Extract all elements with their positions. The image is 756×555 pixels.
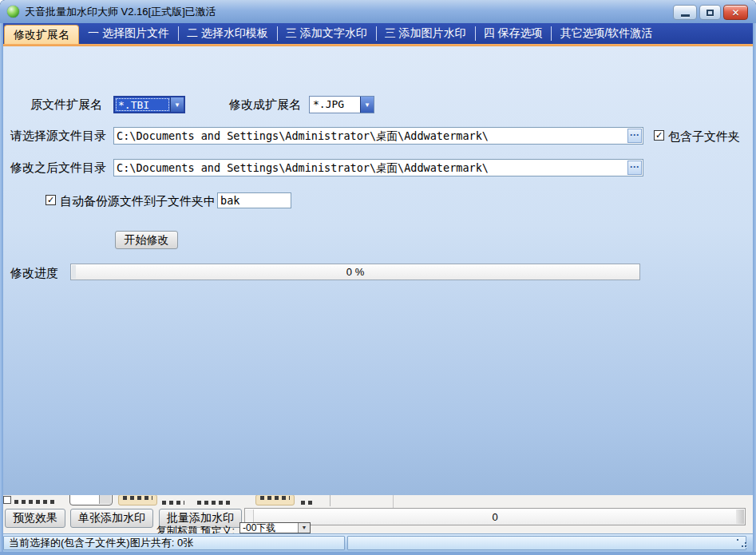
source-extension-combo[interactable]: *.TBI ▼	[113, 96, 185, 113]
close-button[interactable]: ✕	[723, 5, 748, 20]
divider	[330, 495, 331, 506]
minimize-icon	[681, 14, 690, 17]
rename-extension-page: 原文件扩展名 *.TBI ▼ 修改成扩展名 *.JPG ▼ 请选择源文件目录 C…	[3, 46, 753, 495]
source-extension-label: 原文件扩展名	[30, 97, 102, 113]
clipped-wheat-button[interactable]	[255, 495, 295, 505]
single-watermark-button[interactable]: 单张添加水印	[70, 509, 153, 528]
clipped-text-fragment	[123, 496, 152, 500]
include-subfolders-checkbox[interactable]: ✓	[654, 130, 664, 141]
check-icon: ✓	[655, 131, 663, 140]
preset-value: -00下载	[243, 522, 275, 533]
status-count-text: 当前选择的(包含子文件夹)图片共有: 0张	[9, 537, 193, 549]
chevron-down-icon	[99, 495, 111, 504]
app-icon	[7, 6, 19, 18]
source-directory-input[interactable]: C:\Documents and Settings\Administrator\…	[113, 127, 643, 145]
chevron-down-icon[interactable]: ▼	[170, 97, 184, 112]
bottom-toolbar-panel: 预览效果 单张添加水印 批量添加水印 0 复制标题 预定义: -00下载 ▼	[3, 495, 753, 533]
destination-directory-input[interactable]: C:\Documents and Settings\Administrator\…	[113, 159, 643, 176]
browse-destination-button[interactable]: ···	[627, 161, 642, 175]
include-subfolders-label[interactable]: 包含子文件夹	[668, 129, 740, 145]
maximize-icon	[707, 10, 714, 16]
divider	[393, 495, 394, 508]
batch-progress-bar: 0	[244, 508, 746, 525]
target-extension-combo[interactable]: *.JPG ▼	[309, 96, 374, 113]
close-icon: ✕	[731, 8, 739, 18]
window-title: 天音批量加水印大师 V2.16[正式版]已激活	[25, 0, 216, 23]
status-count-pane: 当前选择的(包含子文件夹)图片共有: 0张	[3, 536, 345, 550]
progress-label: 修改进度	[10, 266, 58, 281]
tab-bar: 修改扩展名 一 选择图片文件 二 选择水印模板 三 添加文字水印 三 添加图片水…	[3, 23, 753, 44]
chevron-down-icon: ▼	[298, 523, 310, 533]
copy-title-label: 复制标题 预定义:	[156, 524, 235, 533]
clipped-wheat-button[interactable]	[118, 495, 157, 505]
chevron-down-icon[interactable]: ▼	[360, 97, 374, 113]
title-bar: 天音批量加水印大师 V2.16[正式版]已激活 ✕	[0, 0, 756, 23]
progress-percent-text: 0 %	[346, 266, 364, 278]
browse-source-button[interactable]: ···	[627, 129, 642, 143]
start-rename-button[interactable]: 开始修改	[115, 231, 178, 249]
clipped-checkbox[interactable]	[3, 496, 11, 504]
window-border-right	[753, 23, 756, 555]
status-empty-pane	[347, 536, 746, 550]
clipped-text-fragment	[197, 501, 231, 505]
backup-folder-input[interactable]: bak	[217, 192, 291, 208]
maximize-button[interactable]	[699, 5, 721, 20]
status-bar: 当前选择的(包含子文件夹)图片共有: 0张	[3, 533, 753, 552]
window-border-bottom	[0, 552, 756, 555]
tab-select-watermark-template[interactable]: 二 选择水印模板	[178, 23, 277, 44]
auto-backup-label[interactable]: 自动备份源文件到子文件夹中	[60, 194, 216, 209]
backup-folder-value: bak	[218, 193, 273, 208]
clipped-text-fragment	[162, 501, 184, 505]
tab-add-text-watermark[interactable]: 三 添加文字水印	[277, 23, 376, 44]
batch-progress-value: 0	[492, 511, 497, 523]
clipped-combo[interactable]	[69, 495, 113, 505]
check-icon: ✓	[47, 196, 54, 204]
auto-backup-checkbox[interactable]: ✓	[46, 195, 56, 205]
target-extension-label: 修改成扩展名	[229, 97, 301, 113]
tab-rename-extension[interactable]: 修改扩展名	[4, 25, 79, 44]
tab-add-image-watermark[interactable]: 三 添加图片水印	[376, 23, 475, 44]
source-extension-value: *.TBI	[115, 97, 170, 112]
source-directory-label: 请选择源文件目录	[10, 129, 106, 144]
destination-directory-label: 修改之后文件目录	[10, 161, 106, 176]
clipped-text-fragment	[14, 500, 57, 504]
rename-progress-bar: 0 %	[70, 264, 640, 280]
source-directory-value: C:\Documents and Settings\Administrator\…	[114, 128, 625, 144]
clipped-text-fragment	[301, 501, 314, 505]
app-window: 天音批量加水印大师 V2.16[正式版]已激活 ✕ 修改扩展名 一 选择图片文件…	[0, 0, 756, 555]
tab-other-options-activation[interactable]: 其它选项/软件激活	[551, 23, 661, 44]
resize-grip-icon[interactable]	[737, 539, 750, 550]
preset-combo[interactable]: -00下载 ▼	[239, 522, 311, 533]
preview-effect-button[interactable]: 预览效果	[5, 509, 65, 528]
destination-directory-value: C:\Documents and Settings\Administrator\…	[114, 160, 625, 176]
tab-select-images[interactable]: 一 选择图片文件	[79, 23, 178, 44]
minimize-button[interactable]	[673, 5, 697, 20]
tab-save-options[interactable]: 四 保存选项	[475, 23, 552, 44]
clipped-text-fragment	[260, 496, 290, 500]
target-extension-value: *.JPG	[310, 97, 360, 113]
